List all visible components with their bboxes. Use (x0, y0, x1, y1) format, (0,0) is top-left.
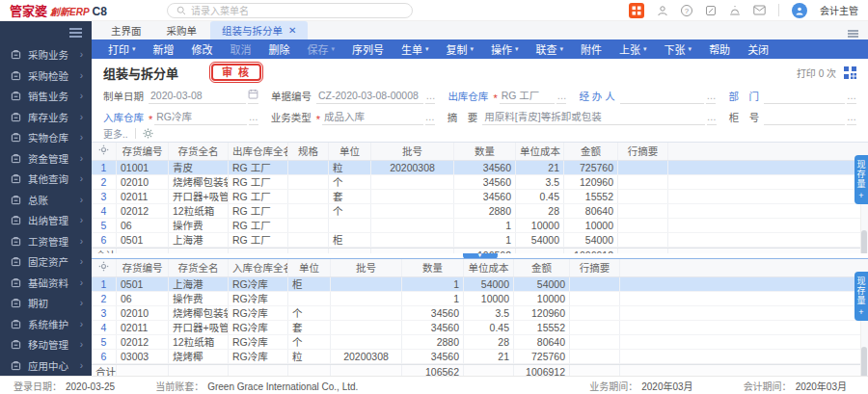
toolbar-button-修改[interactable]: 修改 (183, 41, 222, 57)
form-settings-gear-icon[interactable] (143, 128, 153, 139)
cell-qty: 34560 (402, 306, 464, 320)
cell-code: 03003 (117, 350, 169, 363)
cell-name: 烧烤椰 (169, 350, 229, 363)
lookup-ellipsis-icon[interactable]: … (847, 89, 856, 104)
sidebar-item-11[interactable]: 固定资产› (0, 251, 92, 273)
toolbar-button-关闭[interactable]: 关闭 (739, 41, 777, 57)
inventory-panel-tab[interactable]: 现存量+ (854, 272, 868, 321)
cell-unit: 个 (329, 175, 371, 189)
sidebar-item-12[interactable]: 基础资料› (0, 273, 92, 294)
field-value[interactable]: RG冷库 (154, 110, 246, 125)
toolbar-button-删除[interactable]: 删除 (260, 41, 299, 57)
toolbar-button-附件[interactable]: 附件 (572, 41, 610, 57)
toolbar-button-保存[interactable]: 保存▾ (299, 41, 344, 57)
tab-label: 采购单 (167, 23, 198, 38)
inbound-table-row[interactable]: 603003烧烤椰RG冷库粒202003083456021725760 (92, 350, 868, 364)
outbound-table-row[interactable]: 40201212粒纸箱RG 工厂个28802880640 (92, 204, 868, 219)
toolbar-button-新增[interactable]: 新增 (145, 41, 183, 57)
app-qr-badge[interactable] (629, 3, 644, 18)
calendar-icon[interactable] (248, 89, 258, 104)
toolbar-button-操作[interactable]: 操作▾ (482, 41, 528, 57)
toolbar-button-序列号[interactable]: 序列号 (343, 41, 393, 57)
sidebar-collapse-icon[interactable] (69, 32, 82, 34)
toolbar-button-复制[interactable]: 复制▾ (438, 41, 483, 57)
note-icon[interactable] (705, 5, 717, 16)
qr-code-icon[interactable] (844, 66, 856, 79)
field-value[interactable] (764, 124, 845, 125)
scrollbar-thumb[interactable] (861, 347, 867, 376)
sidebar-item-13[interactable]: 期初› (0, 293, 92, 314)
grid-settings-gear-icon[interactable] (92, 143, 117, 160)
outbound-table-row[interactable]: 302011开口器+吸管RG 工厂套345600.4515552 (92, 190, 868, 204)
field-value[interactable]: 成品入库 (322, 110, 423, 125)
lookup-ellipsis-icon[interactable]: … (707, 110, 717, 125)
sidebar-item-7[interactable]: 其他查询› (0, 169, 92, 190)
toolbar-button-联查[interactable]: 联查▾ (528, 41, 573, 57)
lookup-ellipsis-icon[interactable]: … (425, 110, 435, 125)
current-user-label[interactable]: 会计主管 (820, 3, 858, 17)
outbound-table-row[interactable]: 506操作费RG 工厂11000010000 (92, 219, 868, 233)
lookup-ellipsis-icon[interactable]: … (249, 110, 258, 125)
inbound-table-row[interactable]: 50201212粒纸箱RG冷库个28802880640 (92, 335, 868, 350)
sidebar-item-15[interactable]: 移动管理› (0, 334, 92, 355)
sidebar-item-1[interactable]: 采购业务› (0, 44, 92, 66)
warehouse-icon (11, 132, 21, 143)
scrollbar-thumb[interactable] (861, 230, 867, 252)
mail-icon[interactable] (753, 5, 766, 15)
inbound-table-row[interactable]: 302010烧烤椰包装袋RG冷库个345603.5120960 (92, 306, 868, 321)
sidebar-item-4[interactable]: 库存业务› (0, 107, 92, 128)
outbound-table-row[interactable]: 101001青皮RG 工厂粒202003083456021725760 (92, 161, 868, 175)
lookup-ellipsis-icon[interactable]: … (556, 89, 566, 104)
toolbar-button-下张[interactable]: 下张▾ (656, 41, 701, 57)
field-value[interactable] (620, 103, 705, 104)
inbound-table-row[interactable]: 206操作费RG冷库11000010000 (92, 292, 868, 306)
tab-3[interactable]: 组装与拆分单✕ (210, 21, 308, 39)
field-value[interactable]: 用原料[青皮]等拆卸或包装 (482, 110, 704, 125)
menu-search-input[interactable]: 请录入菜单名 (167, 3, 413, 18)
more-fields-link[interactable]: 更多.. (103, 126, 128, 141)
help-icon[interactable]: ? (681, 5, 692, 16)
outbound-table-row[interactable]: 60501上海港RG 工厂柜15400054000 (92, 233, 868, 248)
tab-1[interactable]: 主界面 (99, 21, 153, 39)
field-业务类型: 业务类型*成品入库… (271, 110, 435, 125)
logo-sub: 創新ERP (50, 4, 90, 18)
field-value[interactable]: 2020-03-08 (149, 89, 246, 104)
field-value[interactable]: CZ-2020-03-08-00008 (316, 89, 423, 104)
lookup-ellipsis-icon[interactable]: … (425, 89, 435, 104)
alarm-icon[interactable] (729, 5, 741, 16)
sidebar-item-6[interactable]: 资金管理› (0, 148, 92, 170)
inbound-table-row[interactable]: 402011开口器+吸管RG冷库套345600.4515552 (92, 321, 868, 335)
toolbar: 打印▾新增修改取消删除保存▾序列号生单▾复制▾操作▾联查▾附件上张▾下张▾帮助关… (92, 39, 868, 59)
sidebar-item-5[interactable]: 实物仓库› (0, 127, 92, 148)
cell-batch (331, 306, 402, 320)
cell-note (618, 233, 668, 247)
audit-stamp: 审核 (211, 64, 261, 81)
field-value[interactable] (764, 103, 845, 104)
sidebar-item-14[interactable]: 系统维护› (0, 314, 92, 335)
inventory-panel-tab[interactable]: 现存量+ (854, 155, 868, 204)
outbound-table-row[interactable]: 202010烧烤椰包装袋RG 工厂个345603.5120960 (92, 175, 868, 190)
tab-close-icon[interactable]: ✕ (288, 25, 296, 36)
sidebar-item-16[interactable]: 应用中心› (0, 355, 92, 377)
field-value[interactable]: RG 工厂 (500, 89, 556, 104)
user-avatar[interactable] (792, 3, 807, 18)
user-icon[interactable] (657, 5, 668, 16)
toolbar-button-上张[interactable]: 上张▾ (610, 41, 656, 57)
inbound-table-row[interactable]: 10501上海港RG冷库柜15400054000 (92, 277, 868, 292)
sidebar-item-9[interactable]: 出纳管理› (0, 210, 92, 231)
toolbar-button-取消[interactable]: 取消 (222, 41, 260, 57)
toolbar-button-生单[interactable]: 生单▾ (393, 41, 438, 57)
sidebar-item-2[interactable]: 采购检验› (0, 66, 92, 87)
lookup-ellipsis-icon[interactable]: … (706, 89, 716, 104)
grid-settings-gear-icon[interactable] (92, 259, 117, 276)
tab-list-icon[interactable] (848, 25, 858, 37)
lookup-ellipsis-icon[interactable]: … (847, 110, 856, 125)
sidebar-item-8[interactable]: 总账› (0, 190, 92, 211)
toolbar-button-label: 修改 (192, 41, 213, 57)
sidebar-item-3[interactable]: 销售业务› (0, 86, 92, 107)
toolbar-button-打印[interactable]: 打印▾ (99, 41, 145, 57)
sidebar-item-10[interactable]: 工资管理› (0, 231, 92, 252)
chevron-down-icon: ▾ (332, 45, 336, 53)
tab-2[interactable]: 采购单 (155, 21, 209, 39)
toolbar-button-帮助[interactable]: 帮助 (700, 41, 739, 57)
